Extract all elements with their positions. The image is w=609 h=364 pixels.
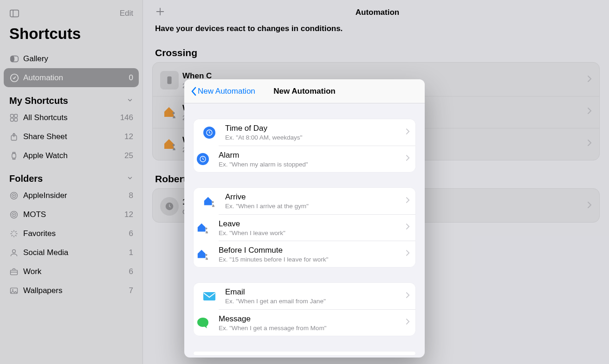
sidebar-folder-mots[interactable]: MOTS 12 xyxy=(4,205,139,224)
sidebar-title: Shortcuts xyxy=(4,21,139,49)
sidebar-item-label: Apple Watch xyxy=(23,151,124,160)
chevron-right-icon xyxy=(587,201,592,211)
trigger-group-location: ArriveEx. "When I arrive at the gym" Lea… xyxy=(194,188,415,267)
svg-point-28 xyxy=(12,289,13,291)
back-button[interactable]: New Automation xyxy=(191,87,255,96)
watch-icon xyxy=(9,151,23,160)
trigger-title: Email xyxy=(225,287,406,297)
trigger-title: Leave xyxy=(219,219,406,229)
trigger-title: Alarm xyxy=(219,151,406,160)
chevron-right-icon xyxy=(406,128,410,137)
svg-rect-5 xyxy=(11,114,14,117)
svg-rect-26 xyxy=(11,270,18,275)
sidebar-item-gallery[interactable]: Gallery xyxy=(4,49,139,68)
clock-icon xyxy=(194,153,212,165)
item-count: 8 xyxy=(129,191,133,200)
sidebar-item-label: Social Media xyxy=(23,248,129,257)
sidebar-folder-work[interactable]: Work 6 xyxy=(4,262,139,281)
person-icon xyxy=(9,248,23,257)
trigger-leave[interactable]: LeaveEx. "When I leave work" xyxy=(219,214,415,241)
sidebar-toggle-icon[interactable] xyxy=(9,8,19,19)
podcast-icon xyxy=(9,210,23,219)
svg-point-35 xyxy=(212,201,214,203)
page-title: Automation xyxy=(165,8,590,17)
loading-icon xyxy=(9,229,23,238)
trigger-sub: Ex. "At 8:00 AM, weekdays" xyxy=(225,134,406,141)
sidebar-section-my-shortcuts[interactable]: My Shortcuts xyxy=(4,87,139,108)
svg-line-21 xyxy=(12,231,13,232)
trigger-time-of-day[interactable]: Time of DayEx. "At 8:00 AM, weekdays" xyxy=(194,119,415,146)
item-count: 6 xyxy=(129,267,133,276)
trigger-message[interactable]: MessageEx. "When I get a message from Mo… xyxy=(219,309,415,336)
trigger-title: Message xyxy=(219,314,406,324)
svg-rect-6 xyxy=(14,114,18,117)
sidebar-item-label: Wallpapers xyxy=(23,286,129,295)
sidebar-item-automation[interactable]: Automation 0 xyxy=(4,68,139,87)
trigger-group-time: Time of DayEx. "At 8:00 AM, weekdays" Al… xyxy=(194,119,415,172)
trigger-sub: Ex. "When I arrive at the gym" xyxy=(225,203,406,210)
modal-header: New Automation New Automation xyxy=(184,79,425,103)
trigger-group-peek xyxy=(194,351,415,355)
sidebar-item-label: All Shortcuts xyxy=(23,113,120,122)
svg-rect-38 xyxy=(203,292,215,300)
sidebar-folder-favorites[interactable]: Favorites 6 xyxy=(4,224,139,243)
trigger-email[interactable]: EmailEx. "When I get an email from Jane" xyxy=(194,283,415,309)
chevron-right-icon xyxy=(406,197,410,206)
chevron-right-icon xyxy=(587,107,592,117)
automation-icon xyxy=(9,73,23,83)
trigger-sub: Ex. "When my alarm is stopped" xyxy=(219,161,406,168)
item-count: 6 xyxy=(129,229,133,238)
trigger-sub: Ex. "When I get a message from Mom" xyxy=(219,325,406,332)
chevron-right-icon xyxy=(587,75,592,85)
chevron-right-icon xyxy=(406,292,410,301)
item-count: 12 xyxy=(124,210,133,219)
sidebar-item-label: Work xyxy=(23,267,129,276)
sidebar-item-label: Automation xyxy=(23,73,129,83)
svg-rect-7 xyxy=(11,118,14,121)
chevron-down-icon xyxy=(127,175,133,183)
svg-rect-29 xyxy=(167,77,171,84)
mail-icon xyxy=(200,292,219,301)
sidebar-folder-social-media[interactable]: Social Media 1 xyxy=(4,243,139,262)
item-count: 1 xyxy=(129,248,133,257)
section-label: Folders xyxy=(9,173,43,184)
chevron-left-icon xyxy=(191,87,196,96)
sidebar-item-label: AppleInsider xyxy=(23,191,129,200)
trigger-alarm[interactable]: AlarmEx. "When my alarm is stopped" xyxy=(219,146,415,172)
sidebar-item-share-sheet[interactable]: Share Sheet 12 xyxy=(4,127,139,146)
section-label: My Shortcuts xyxy=(9,96,68,106)
svg-point-16 xyxy=(13,214,15,215)
sidebar-item-apple-watch[interactable]: Apple Watch 25 xyxy=(4,146,139,165)
trigger-before-commute[interactable]: Before I CommuteEx. "15 minutes before I… xyxy=(219,241,415,267)
sidebar-item-label: MOTS xyxy=(23,210,124,219)
trigger-sub: Ex. "When I get an email from Jane" xyxy=(225,298,406,305)
arrive-icon xyxy=(200,195,219,208)
sidebar-item-all-shortcuts[interactable]: All Shortcuts 146 xyxy=(4,108,139,127)
sidebar-folder-appleinsider[interactable]: AppleInsider 8 xyxy=(4,186,139,205)
chevron-right-icon xyxy=(587,139,592,149)
chevron-right-icon xyxy=(406,223,410,232)
item-count: 7 xyxy=(129,286,133,295)
image-icon xyxy=(9,286,23,295)
trigger-sub: Ex. "When I leave work" xyxy=(219,230,406,236)
svg-line-23 xyxy=(12,235,13,236)
svg-point-25 xyxy=(13,249,16,253)
item-count: 146 xyxy=(120,113,133,122)
svg-rect-10 xyxy=(12,153,16,158)
svg-line-24 xyxy=(15,231,16,232)
new-automation-modal: New Automation New Automation Time of Da… xyxy=(184,79,425,358)
sidebar-folder-wallpapers[interactable]: Wallpapers 7 xyxy=(4,281,139,300)
back-label: New Automation xyxy=(198,87,255,96)
add-automation-button[interactable] xyxy=(155,6,165,20)
svg-rect-0 xyxy=(10,10,19,17)
remote-icon xyxy=(160,71,179,89)
chevron-right-icon xyxy=(406,154,410,164)
grid-icon xyxy=(9,113,23,122)
svg-rect-8 xyxy=(14,118,18,121)
svg-point-30 xyxy=(173,112,175,115)
chevron-right-icon xyxy=(406,249,410,259)
briefcase-icon xyxy=(9,267,23,276)
sidebar-section-folders[interactable]: Folders xyxy=(4,165,139,186)
trigger-arrive[interactable]: ArriveEx. "When I arrive at the gym" xyxy=(194,188,415,214)
edit-button[interactable]: Edit xyxy=(120,9,133,18)
